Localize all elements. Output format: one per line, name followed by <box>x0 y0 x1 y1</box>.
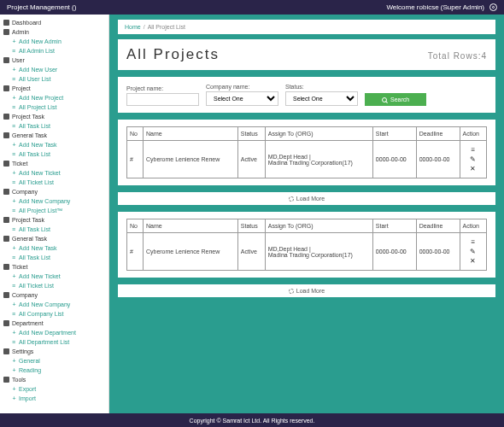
spinner-icon <box>289 196 294 202</box>
menu-icon[interactable]: ≡ <box>463 146 483 154</box>
sidebar-item-all-ticket-list[interactable]: All Ticket List <box>0 178 108 187</box>
edit-icon[interactable]: ✎ <box>463 155 483 163</box>
menu-icon[interactable]: ≡ <box>463 238 483 246</box>
title-card: All Projects Total Rows:4 <box>118 39 495 70</box>
sidebar-item-all-task-list[interactable]: All Task List <box>0 121 108 131</box>
sidebar-item-export[interactable]: Export <box>0 384 108 394</box>
sidebar-group-department[interactable]: Department <box>0 319 108 328</box>
sidebar-item-reading[interactable]: Reading <box>0 366 108 375</box>
sidebar-item-add-new-department[interactable]: Add New Department <box>0 328 108 337</box>
status-select[interactable]: Select One <box>285 91 358 106</box>
table-row: #Cyberome Lenience RenewActiveMD,Dept He… <box>127 141 487 178</box>
table-header-row: NoNameStatusAssign To (ORG)StartDeadline… <box>127 219 487 233</box>
sidebar-item-all-ticket-list[interactable]: All Ticket List <box>0 281 108 290</box>
sidebar-item-all-company-list[interactable]: All Company List <box>0 309 108 319</box>
breadcrumb: Home/All Project List <box>118 20 495 34</box>
sidebar-group-ticket[interactable]: Ticket <box>0 262 108 272</box>
sidebar-item-add-new-company[interactable]: Add New Company <box>0 196 108 206</box>
close-icon[interactable]: ✕ <box>463 257 483 265</box>
project-name-input[interactable] <box>126 93 199 106</box>
sidebar-item-add-new-ticket[interactable]: Add New Ticket <box>0 168 108 178</box>
table-header-row: NoNameStatusAssign To (ORG)StartDeadline… <box>127 127 487 141</box>
sidebar-item-add-new-user[interactable]: Add New User <box>0 65 108 74</box>
filter-status-label: Status: <box>285 84 358 90</box>
top-bar: Project Management () Welcome robicse (S… <box>0 0 504 15</box>
sidebar-item-import[interactable]: Import <box>0 394 108 403</box>
sidebar-group-tools[interactable]: Tools <box>0 375 108 384</box>
sidebar-group-company[interactable]: Company <box>0 187 108 196</box>
edit-icon[interactable]: ✎ <box>463 248 483 255</box>
projects-table: NoNameStatusAssign To (ORG)StartDeadline… <box>126 126 487 178</box>
sidebar-group-ticket[interactable]: Ticket <box>0 159 108 168</box>
sidebar-group-project-task[interactable]: Project Task <box>0 215 108 225</box>
company-select[interactable]: Select One <box>206 91 278 106</box>
sidebar-group-user[interactable]: User <box>0 56 108 65</box>
sidebar-group-admin[interactable]: Admin <box>0 27 108 37</box>
table-row: #Cyberome Lenience RenewActiveMD,Dept He… <box>127 233 487 271</box>
app-title: Project Management () <box>7 3 76 11</box>
spinner-icon <box>289 289 294 294</box>
sidebar-group-settings[interactable]: Settings <box>0 347 108 356</box>
total-rows: Total Rows:4 <box>428 51 487 61</box>
footer: Copyright © Samrat Ict Ltd. All Rights r… <box>0 413 504 427</box>
results-card-1: NoNameStatusAssign To (ORG)StartDeadline… <box>118 120 495 185</box>
sidebar-group-general-task[interactable]: General Task <box>0 131 108 140</box>
sidebar-item-all-task-list[interactable]: All Task List <box>0 225 108 234</box>
sidebar-item-add-new-admin[interactable]: Add New Admin <box>0 37 108 46</box>
sidebar-item-add-new-ticket[interactable]: Add New Ticket <box>0 272 108 281</box>
projects-table-2: NoNameStatusAssign To (ORG)StartDeadline… <box>126 219 487 271</box>
sidebar-item-add-new-company[interactable]: Add New Company <box>0 300 108 309</box>
filter-company-label: Company name: <box>206 84 278 90</box>
page-title: All Projects <box>126 46 220 63</box>
sidebar-item-all-admin-list[interactable]: All Admin List <box>0 46 108 56</box>
sidebar-item-general[interactable]: General <box>0 356 108 366</box>
load-more-button-2[interactable]: Load More <box>118 284 495 297</box>
sidebar-item-add-new-project[interactable]: Add New Project <box>0 93 108 102</box>
sidebar-group-company[interactable]: Company <box>0 290 108 300</box>
sidebar-group-project-task[interactable]: Project Task <box>0 112 108 121</box>
results-card-2: NoNameStatusAssign To (ORG)StartDeadline… <box>118 212 495 278</box>
sidebar-item-all-task-list[interactable]: All Task List <box>0 149 108 159</box>
sidebar-item-add-new-task[interactable]: Add New Task <box>0 140 108 149</box>
gear-icon[interactable] <box>489 3 497 11</box>
sidebar-item-add-new-task[interactable]: Add New Task <box>0 243 108 253</box>
welcome-text: Welcome robicse (Super Admin) <box>386 3 484 11</box>
sidebar-item-all-project-list™[interactable]: All Project List™ <box>0 206 108 215</box>
sidebar-item-all-project-list[interactable]: All Project List <box>0 102 108 112</box>
search-icon <box>382 97 387 102</box>
sidebar-item-all-task-list[interactable]: All Task List <box>0 253 108 262</box>
sidebar-group-project[interactable]: Project <box>0 84 108 93</box>
sidebar-group-dashboard[interactable]: Dashboard <box>0 18 108 27</box>
breadcrumb-current: All Project List <box>148 24 185 30</box>
search-button[interactable]: Search <box>365 93 426 106</box>
breadcrumb-home[interactable]: Home <box>125 24 141 30</box>
filter-project-label: Project name: <box>126 85 199 91</box>
main-content: Home/All Project List All Projects Total… <box>109 15 504 413</box>
close-icon[interactable]: ✕ <box>463 165 483 173</box>
sidebar-item-all-user-list[interactable]: All User List <box>0 74 108 84</box>
load-more-button[interactable]: Load More <box>118 192 495 205</box>
filter-card: Project name: Company name:Select One St… <box>118 77 495 113</box>
sidebar-item-all-department-list[interactable]: All Department List <box>0 337 108 347</box>
sidebar: DashboardAdminAdd New AdminAll Admin Lis… <box>0 15 109 413</box>
sidebar-group-general-task[interactable]: General Task <box>0 234 108 243</box>
